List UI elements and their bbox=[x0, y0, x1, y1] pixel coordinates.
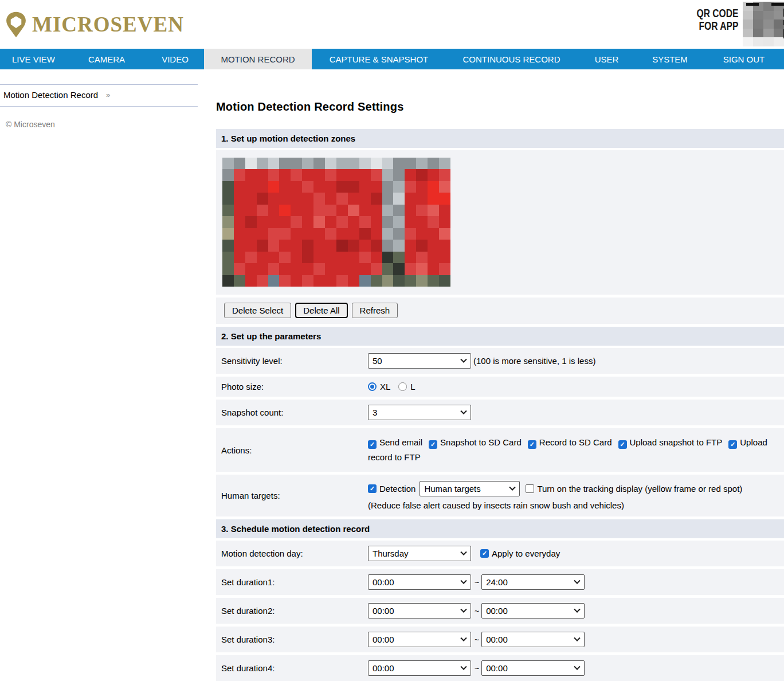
duration4-to-select[interactable]: 00:00 bbox=[481, 660, 585, 676]
zone-pixel bbox=[302, 193, 313, 204]
zone-pixel bbox=[382, 240, 394, 251]
duration2-to-select[interactable]: 00:00 bbox=[481, 603, 585, 619]
chevron-down-icon bbox=[460, 356, 467, 362]
zone-pixel bbox=[222, 252, 234, 263]
zone-pixel bbox=[416, 169, 428, 181]
zone-pixel bbox=[245, 193, 257, 204]
brand-logo: MICROSEVEN bbox=[5, 11, 184, 38]
zone-pixel bbox=[336, 263, 348, 275]
zone-pixel bbox=[348, 169, 359, 181]
zone-pixel bbox=[268, 228, 280, 240]
zone-pixel bbox=[348, 252, 359, 263]
zone-pixel bbox=[416, 193, 428, 204]
tracking-display-checkbox[interactable] bbox=[526, 484, 534, 493]
sensitivity-select[interactable]: 50 bbox=[368, 353, 471, 369]
zone-pixel bbox=[393, 169, 405, 181]
zone-pixel bbox=[234, 240, 245, 251]
microseven-pin-icon bbox=[5, 11, 28, 38]
human-targets-select[interactable]: Human targets bbox=[420, 481, 520, 496]
tilde-separator: ~ bbox=[475, 664, 479, 673]
qr-area: QR CODE FOR APP bbox=[685, 0, 784, 46]
section-1-header: 1. Set up motion detection zones bbox=[216, 129, 784, 148]
zone-pixel bbox=[382, 169, 394, 181]
zone-pixel bbox=[222, 263, 234, 275]
zone-pixel bbox=[279, 275, 291, 287]
zone-pixel bbox=[234, 252, 245, 263]
zone-pixel bbox=[336, 158, 348, 169]
nav-tab-user[interactable]: USER bbox=[577, 49, 636, 69]
zone-pixel bbox=[416, 275, 428, 287]
set-duration2-label: Set duration2: bbox=[221, 606, 368, 616]
zone-pixel bbox=[234, 169, 245, 181]
photo-size-radio-l[interactable] bbox=[398, 382, 407, 391]
nav-tab-camera[interactable]: CAMERA bbox=[67, 49, 146, 69]
chevron-down-icon bbox=[460, 606, 467, 612]
zone-pixel bbox=[393, 193, 405, 204]
chevron-right-icon: » bbox=[106, 91, 110, 99]
qr-label: QR CODE FOR APP bbox=[696, 7, 738, 32]
duration4-from-select[interactable]: 00:00 bbox=[368, 660, 471, 676]
zone-pixel bbox=[348, 181, 359, 193]
zone-pixel bbox=[291, 263, 302, 275]
zone-pixel bbox=[325, 205, 336, 216]
zone-pixel bbox=[245, 169, 257, 181]
duration2-from-select[interactable]: 00:00 bbox=[368, 603, 471, 619]
zone-pixel bbox=[279, 193, 291, 204]
action-checkbox[interactable]: ✓ bbox=[728, 440, 737, 449]
zone-pixel bbox=[302, 263, 313, 275]
duration3-to-select[interactable]: 00:00 bbox=[481, 632, 585, 647]
nav-tab-capture-snapshot[interactable]: CAPTURE & SNAPSHOT bbox=[312, 49, 446, 69]
zone-pixel bbox=[439, 169, 450, 181]
action-checkbox[interactable]: ✓ bbox=[618, 440, 627, 449]
qr-pixel bbox=[774, 19, 784, 29]
delete-select-button[interactable]: Delete Select bbox=[224, 303, 291, 318]
action-checkbox-label: Record to SD Card bbox=[539, 437, 612, 447]
motion-detection-day-select[interactable]: Thursday bbox=[368, 546, 471, 561]
snapshot-count-select[interactable]: 3 bbox=[368, 405, 471, 420]
tilde-separator: ~ bbox=[475, 578, 479, 587]
motion-zone-preview-image[interactable] bbox=[222, 158, 450, 287]
chevron-down-icon bbox=[460, 408, 467, 414]
qr-pixel bbox=[743, 11, 753, 20]
zone-pixel bbox=[245, 252, 257, 263]
nav-tab-motion-record[interactable]: MOTION RECORD bbox=[204, 49, 312, 69]
nav-tab-live-view[interactable]: LIVE VIEW bbox=[0, 49, 67, 69]
action-checkbox-label: Send email bbox=[379, 437, 422, 447]
zone-pixel bbox=[371, 275, 382, 287]
duration3-from-select[interactable]: 00:00 bbox=[368, 632, 471, 647]
zone-pixel bbox=[325, 252, 336, 263]
chevron-down-icon bbox=[460, 663, 467, 670]
action-checkbox[interactable]: ✓ bbox=[429, 440, 437, 449]
nav-tab-system[interactable]: SYSTEM bbox=[636, 49, 704, 69]
zone-pixel bbox=[302, 216, 313, 228]
detection-checkbox[interactable]: ✓ bbox=[368, 484, 377, 493]
zone-pixel bbox=[428, 263, 439, 275]
nav-tab-video[interactable]: VIDEO bbox=[146, 49, 204, 69]
main-content: Motion Detection Record Settings 1. Set … bbox=[198, 69, 784, 681]
delete-all-button[interactable]: Delete All bbox=[295, 303, 347, 318]
zones-row bbox=[216, 150, 784, 295]
sidebar-item-label: Motion Detection Record bbox=[3, 90, 98, 100]
nav-tab-continuous-record[interactable]: CONTINUOUS RECORD bbox=[446, 49, 577, 69]
action-checkbox[interactable]: ✓ bbox=[368, 440, 377, 449]
zone-pixel bbox=[382, 275, 394, 287]
zone-pixel bbox=[257, 240, 268, 251]
snapshot-count-label: Snapshot count: bbox=[221, 408, 368, 417]
photo-size-label: Photo size: bbox=[221, 382, 368, 392]
sidebar-item-motion-detection-record[interactable]: Motion Detection Record » bbox=[0, 85, 198, 106]
zone-pixel bbox=[382, 252, 394, 263]
action-checkbox[interactable]: ✓ bbox=[528, 440, 536, 449]
zone-pixel bbox=[439, 263, 450, 275]
nav-tab-sign-out[interactable]: SIGN OUT bbox=[704, 49, 784, 69]
qr-pixel bbox=[774, 37, 784, 46]
photo-size-radio-xl[interactable] bbox=[368, 382, 377, 391]
duration1-to-select[interactable]: 24:00 bbox=[481, 574, 585, 590]
apply-to-everyday-checkbox[interactable]: ✓ bbox=[480, 549, 489, 558]
zone-pixel bbox=[325, 216, 336, 228]
sensitivity-row: Sensitivity level: 50 (100 is more sensi… bbox=[216, 348, 784, 374]
zone-pixel bbox=[279, 169, 291, 181]
refresh-button[interactable]: Refresh bbox=[352, 303, 398, 318]
zone-pixel bbox=[302, 181, 313, 193]
duration1-from-select[interactable]: 00:00 bbox=[368, 574, 471, 590]
zone-pixel bbox=[416, 158, 428, 169]
